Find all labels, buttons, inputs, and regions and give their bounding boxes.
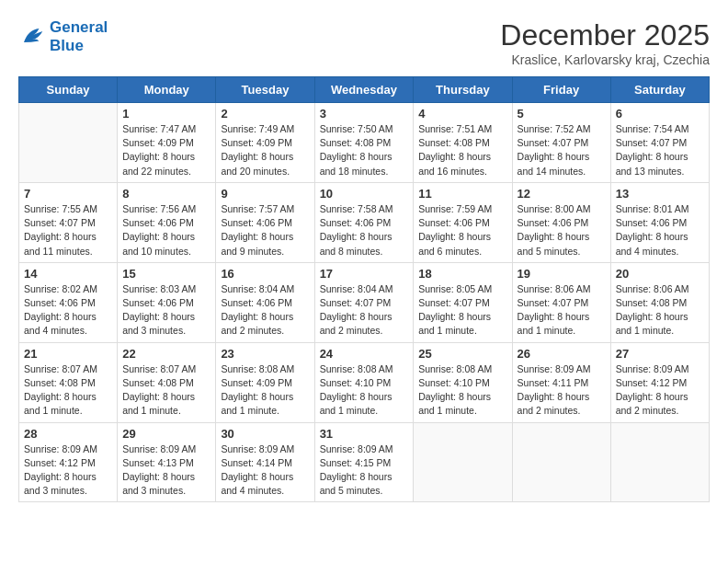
day-number: 14 (24, 267, 112, 281)
calendar-cell: 29Sunrise: 8:09 AM Sunset: 4:13 PM Dayli… (118, 422, 216, 502)
calendar-cell: 31Sunrise: 8:09 AM Sunset: 4:15 PM Dayli… (314, 422, 414, 502)
day-info: Sunrise: 8:09 AM Sunset: 4:13 PM Dayligh… (122, 442, 210, 499)
calendar-cell: 3Sunrise: 7:50 AM Sunset: 4:08 PM Daylig… (314, 103, 414, 183)
day-number: 9 (221, 187, 309, 201)
weekday-header-row: SundayMondayTuesdayWednesdayThursdayFrid… (19, 77, 710, 103)
day-info: Sunrise: 8:07 AM Sunset: 4:08 PM Dayligh… (122, 362, 210, 419)
day-number: 18 (418, 267, 506, 281)
day-number: 17 (320, 267, 409, 281)
day-number: 5 (518, 107, 606, 121)
day-number: 29 (122, 427, 210, 441)
day-info: Sunrise: 8:06 AM Sunset: 4:07 PM Dayligh… (518, 282, 606, 339)
logo: General Blue (18, 18, 108, 55)
calendar-cell: 28Sunrise: 8:09 AM Sunset: 4:12 PM Dayli… (19, 422, 118, 502)
calendar-cell: 5Sunrise: 7:52 AM Sunset: 4:07 PM Daylig… (512, 103, 610, 183)
month-title: December 2025 (500, 18, 710, 52)
day-number: 3 (320, 107, 409, 121)
day-number: 8 (122, 187, 210, 201)
calendar-week-5: 28Sunrise: 8:09 AM Sunset: 4:12 PM Dayli… (19, 422, 710, 502)
calendar-cell (610, 422, 709, 502)
calendar-cell: 17Sunrise: 8:04 AM Sunset: 4:07 PM Dayli… (314, 262, 414, 342)
day-number: 30 (221, 427, 309, 441)
day-number: 31 (320, 427, 409, 441)
calendar-cell: 12Sunrise: 8:00 AM Sunset: 4:06 PM Dayli… (512, 182, 610, 262)
day-number: 21 (24, 347, 112, 361)
day-number: 19 (518, 267, 606, 281)
day-number: 12 (518, 187, 606, 201)
calendar-cell: 20Sunrise: 8:06 AM Sunset: 4:08 PM Dayli… (610, 262, 709, 342)
calendar-week-3: 14Sunrise: 8:02 AM Sunset: 4:06 PM Dayli… (19, 262, 710, 342)
day-number: 10 (320, 187, 409, 201)
weekday-header-saturday: Saturday (610, 77, 709, 103)
calendar-cell: 8Sunrise: 7:56 AM Sunset: 4:06 PM Daylig… (118, 182, 216, 262)
day-info: Sunrise: 8:08 AM Sunset: 4:10 PM Dayligh… (320, 362, 409, 419)
calendar-cell (414, 422, 512, 502)
day-info: Sunrise: 8:08 AM Sunset: 4:10 PM Dayligh… (418, 362, 506, 419)
day-info: Sunrise: 8:09 AM Sunset: 4:11 PM Dayligh… (518, 362, 606, 419)
day-number: 25 (418, 347, 506, 361)
calendar-week-1: 1Sunrise: 7:47 AM Sunset: 4:09 PM Daylig… (19, 103, 710, 183)
day-info: Sunrise: 8:09 AM Sunset: 4:14 PM Dayligh… (221, 442, 309, 499)
day-info: Sunrise: 8:09 AM Sunset: 4:12 PM Dayligh… (616, 362, 704, 419)
day-number: 7 (24, 187, 112, 201)
calendar-cell: 30Sunrise: 8:09 AM Sunset: 4:14 PM Dayli… (216, 422, 314, 502)
calendar-cell: 15Sunrise: 8:03 AM Sunset: 4:06 PM Dayli… (118, 262, 216, 342)
day-info: Sunrise: 8:02 AM Sunset: 4:06 PM Dayligh… (24, 282, 112, 339)
day-number: 26 (518, 347, 606, 361)
calendar-cell: 16Sunrise: 8:04 AM Sunset: 4:06 PM Dayli… (216, 262, 314, 342)
calendar-cell: 6Sunrise: 7:54 AM Sunset: 4:07 PM Daylig… (610, 103, 709, 183)
weekday-header-tuesday: Tuesday (216, 77, 314, 103)
day-info: Sunrise: 7:47 AM Sunset: 4:09 PM Dayligh… (122, 122, 210, 178)
calendar-cell: 22Sunrise: 8:07 AM Sunset: 4:08 PM Dayli… (118, 342, 216, 422)
calendar-cell: 27Sunrise: 8:09 AM Sunset: 4:12 PM Dayli… (610, 342, 709, 422)
day-number: 2 (221, 107, 309, 121)
calendar-cell: 14Sunrise: 8:02 AM Sunset: 4:06 PM Dayli… (19, 262, 118, 342)
day-info: Sunrise: 8:04 AM Sunset: 4:06 PM Dayligh… (221, 282, 309, 339)
day-number: 13 (616, 187, 704, 201)
calendar-table: SundayMondayTuesdayWednesdayThursdayFrid… (18, 76, 710, 502)
day-info: Sunrise: 8:01 AM Sunset: 4:06 PM Dayligh… (616, 202, 704, 259)
logo-icon (18, 23, 46, 51)
calendar-cell: 9Sunrise: 7:57 AM Sunset: 4:06 PM Daylig… (216, 182, 314, 262)
calendar-cell: 25Sunrise: 8:08 AM Sunset: 4:10 PM Dayli… (414, 342, 512, 422)
day-number: 20 (616, 267, 704, 281)
calendar-cell: 21Sunrise: 8:07 AM Sunset: 4:08 PM Dayli… (19, 342, 118, 422)
day-info: Sunrise: 8:00 AM Sunset: 4:06 PM Dayligh… (518, 202, 606, 259)
calendar-cell: 7Sunrise: 7:55 AM Sunset: 4:07 PM Daylig… (19, 182, 118, 262)
calendar-cell: 11Sunrise: 7:59 AM Sunset: 4:06 PM Dayli… (414, 182, 512, 262)
day-info: Sunrise: 8:06 AM Sunset: 4:08 PM Dayligh… (616, 282, 704, 339)
day-info: Sunrise: 7:54 AM Sunset: 4:07 PM Dayligh… (616, 122, 704, 178)
calendar-cell: 10Sunrise: 7:58 AM Sunset: 4:06 PM Dayli… (314, 182, 414, 262)
day-number: 28 (24, 427, 112, 441)
day-number: 15 (122, 267, 210, 281)
day-number: 23 (221, 347, 309, 361)
weekday-header-sunday: Sunday (19, 77, 118, 103)
calendar-cell (19, 103, 118, 183)
day-number: 24 (320, 347, 409, 361)
calendar-week-2: 7Sunrise: 7:55 AM Sunset: 4:07 PM Daylig… (19, 182, 710, 262)
day-info: Sunrise: 8:09 AM Sunset: 4:12 PM Dayligh… (24, 442, 112, 499)
day-info: Sunrise: 7:58 AM Sunset: 4:06 PM Dayligh… (320, 202, 409, 259)
day-info: Sunrise: 7:56 AM Sunset: 4:06 PM Dayligh… (122, 202, 210, 259)
weekday-header-monday: Monday (118, 77, 216, 103)
calendar-cell: 1Sunrise: 7:47 AM Sunset: 4:09 PM Daylig… (118, 103, 216, 183)
day-number: 11 (418, 187, 506, 201)
weekday-header-thursday: Thursday (414, 77, 512, 103)
calendar-cell: 19Sunrise: 8:06 AM Sunset: 4:07 PM Dayli… (512, 262, 610, 342)
title-block: December 2025 Kraslice, Karlovarsky kraj… (500, 18, 710, 67)
day-info: Sunrise: 8:05 AM Sunset: 4:07 PM Dayligh… (418, 282, 506, 339)
day-number: 22 (122, 347, 210, 361)
day-info: Sunrise: 8:07 AM Sunset: 4:08 PM Dayligh… (24, 362, 112, 419)
weekday-header-friday: Friday (512, 77, 610, 103)
day-number: 1 (122, 107, 210, 121)
logo-text: General Blue (50, 18, 108, 55)
day-info: Sunrise: 7:50 AM Sunset: 4:08 PM Dayligh… (320, 122, 409, 178)
day-info: Sunrise: 7:51 AM Sunset: 4:08 PM Dayligh… (418, 122, 506, 178)
day-info: Sunrise: 7:52 AM Sunset: 4:07 PM Dayligh… (518, 122, 606, 178)
day-number: 16 (221, 267, 309, 281)
calendar-cell: 26Sunrise: 8:09 AM Sunset: 4:11 PM Dayli… (512, 342, 610, 422)
day-info: Sunrise: 7:57 AM Sunset: 4:06 PM Dayligh… (221, 202, 309, 259)
calendar-cell: 2Sunrise: 7:49 AM Sunset: 4:09 PM Daylig… (216, 103, 314, 183)
day-info: Sunrise: 8:04 AM Sunset: 4:07 PM Dayligh… (320, 282, 409, 339)
day-info: Sunrise: 7:55 AM Sunset: 4:07 PM Dayligh… (24, 202, 112, 259)
